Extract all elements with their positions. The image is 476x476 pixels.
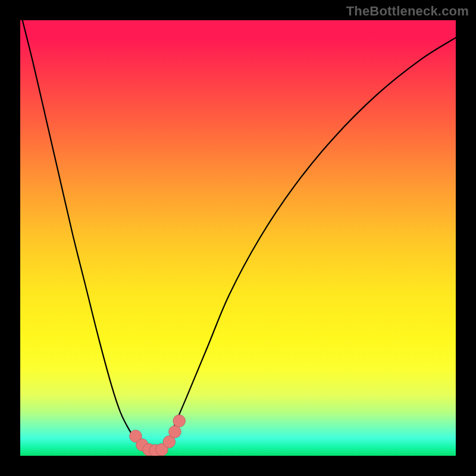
curve-svg <box>20 20 456 456</box>
plot-area <box>20 20 456 456</box>
data-marker <box>169 425 181 438</box>
chart-frame: TheBottleneck.com <box>0 0 476 476</box>
marker-group <box>130 415 186 456</box>
watermark-text: TheBottleneck.com <box>346 4 469 19</box>
bottleneck-curve <box>20 20 456 450</box>
data-marker <box>173 415 186 427</box>
